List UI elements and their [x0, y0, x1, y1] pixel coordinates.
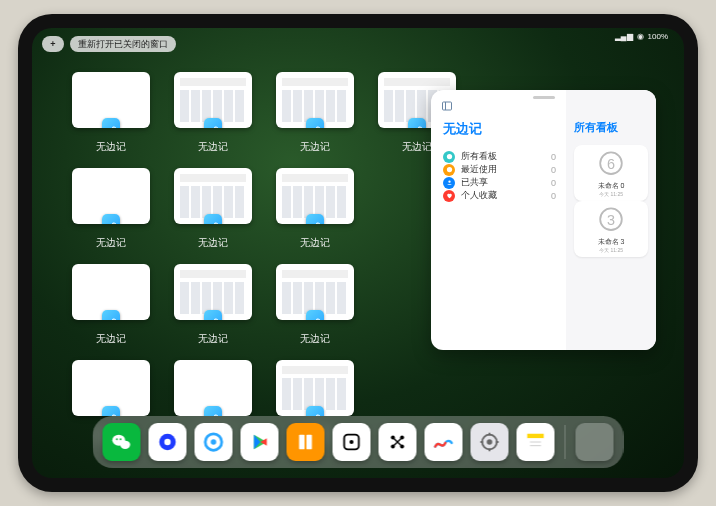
- category-cloud[interactable]: 所有看板0: [443, 150, 556, 163]
- svg-text:6: 6: [607, 156, 615, 172]
- dock-app-wechat[interactable]: [103, 423, 141, 461]
- svg-rect-32: [527, 438, 544, 450]
- board-card[interactable]: 6未命名 0今天 11:25: [574, 145, 648, 201]
- window-thumbnail[interactable]: [276, 264, 354, 320]
- svg-rect-0: [443, 102, 452, 110]
- category-heart[interactable]: 个人收藏0: [443, 189, 556, 202]
- svg-point-16: [211, 439, 217, 445]
- heart-icon: [443, 190, 455, 202]
- window-thumbnail[interactable]: [276, 72, 354, 128]
- dock-app-notes[interactable]: [517, 423, 555, 461]
- category-label: 个人收藏: [461, 189, 497, 202]
- category-people[interactable]: 已共享0: [443, 176, 556, 189]
- category-label: 最近使用: [461, 163, 497, 176]
- panel-right-title: 所有看板: [574, 120, 648, 135]
- new-window-button[interactable]: +: [42, 36, 64, 52]
- window-label: 无边记: [198, 236, 228, 250]
- board-name: 未命名 3: [598, 237, 625, 247]
- clock-icon: [443, 164, 455, 176]
- freeform-icon: [306, 310, 324, 320]
- window-thumbnail[interactable]: [72, 264, 150, 320]
- category-count: 0: [551, 178, 556, 188]
- signal-icon: ▂▄▆: [615, 32, 633, 41]
- panel-handle[interactable]: [533, 96, 555, 99]
- panel-board-list: 所有看板 6未命名 0今天 11:253未命名 3今天 11:25: [566, 90, 656, 350]
- window-label: 无边记: [300, 332, 330, 346]
- freeform-icon: [306, 214, 324, 224]
- svg-rect-17: [299, 435, 305, 450]
- window-label: 无边记: [198, 332, 228, 346]
- board-thumbnail: 6: [593, 149, 629, 181]
- app-window[interactable]: 无边记: [274, 264, 356, 346]
- svg-point-20: [349, 440, 353, 444]
- svg-point-4: [448, 180, 450, 182]
- freeform-icon: [204, 310, 222, 320]
- svg-point-2: [446, 154, 451, 159]
- freeform-icon: [102, 118, 120, 128]
- dock-app-freeform[interactable]: [425, 423, 463, 461]
- window-thumbnail[interactable]: [174, 360, 252, 416]
- ipad-frame: ▂▄▆ ◉ 100% + 重新打开已关闭的窗口 无边记无边记无边记无边记无边记无…: [18, 14, 698, 492]
- dock-app-settings[interactable]: [471, 423, 509, 461]
- app-window[interactable]: 无边记: [172, 168, 254, 250]
- status-bar: ▂▄▆ ◉ 100%: [615, 32, 668, 41]
- app-window[interactable]: 无边记: [172, 264, 254, 346]
- dock-app-dice[interactable]: [333, 423, 371, 461]
- svg-point-11: [116, 438, 118, 440]
- category-count: 0: [551, 152, 556, 162]
- window-thumbnail[interactable]: [72, 168, 150, 224]
- board-name: 未命名 0: [598, 181, 625, 191]
- freeform-icon: [204, 118, 222, 128]
- dock-separator: [565, 425, 566, 459]
- freeform-icon: [306, 406, 324, 416]
- freeform-panel[interactable]: 无边记 所有看板0最近使用0已共享0个人收藏0 所有看板 6未命名 0今天 11…: [431, 90, 656, 350]
- window-label: 无边记: [300, 140, 330, 154]
- svg-text:3: 3: [607, 212, 615, 228]
- window-thumbnail[interactable]: [72, 360, 150, 416]
- wifi-icon: ◉: [637, 32, 644, 41]
- app-window[interactable]: 无边记: [70, 168, 152, 250]
- dock: [93, 416, 624, 468]
- dock-app-books[interactable]: [287, 423, 325, 461]
- category-clock[interactable]: 最近使用0: [443, 163, 556, 176]
- sidebar-icon[interactable]: [441, 100, 453, 114]
- freeform-icon: [102, 406, 120, 416]
- window-label: 无边记: [300, 236, 330, 250]
- people-icon: [443, 177, 455, 189]
- freeform-icon: [306, 118, 324, 128]
- screen: ▂▄▆ ◉ 100% + 重新打开已关闭的窗口 无边记无边记无边记无边记无边记无…: [32, 28, 684, 478]
- app-window[interactable]: 无边记: [70, 72, 152, 154]
- top-bar: + 重新打开已关闭的窗口: [42, 36, 176, 52]
- dock-app-quark[interactable]: [149, 423, 187, 461]
- app-switcher-grid: 无边记无边记无边记无边记无边记无边记无边记无边记无边记无边记无边记无边记无边记: [70, 72, 458, 442]
- window-thumbnail[interactable]: [174, 72, 252, 128]
- freeform-icon: [102, 214, 120, 224]
- dock-app-dots[interactable]: [379, 423, 417, 461]
- dock-app-play[interactable]: [241, 423, 279, 461]
- freeform-icon: [204, 214, 222, 224]
- reopen-closed-window-button[interactable]: 重新打开已关闭的窗口: [70, 36, 176, 52]
- app-window[interactable]: 无边记: [274, 168, 356, 250]
- board-time: 今天 11:25: [599, 191, 623, 197]
- window-label: 无边记: [402, 140, 432, 154]
- window-thumbnail[interactable]: [72, 72, 150, 128]
- window-thumbnail[interactable]: [174, 168, 252, 224]
- app-window[interactable]: 无边记: [70, 264, 152, 346]
- board-card[interactable]: 3未命名 3今天 11:25: [574, 201, 648, 257]
- window-thumbnail[interactable]: [276, 360, 354, 416]
- category-count: 0: [551, 191, 556, 201]
- board-time: 今天 11:25: [599, 247, 623, 253]
- app-window[interactable]: 无边记: [172, 72, 254, 154]
- svg-point-26: [487, 439, 493, 445]
- window-thumbnail[interactable]: [276, 168, 354, 224]
- freeform-icon: [204, 406, 222, 416]
- category-count: 0: [551, 165, 556, 175]
- svg-rect-31: [527, 434, 544, 439]
- svg-rect-18: [306, 435, 312, 450]
- board-thumbnail: 3: [593, 205, 629, 237]
- window-thumbnail[interactable]: [174, 264, 252, 320]
- svg-point-14: [164, 439, 170, 445]
- app-window[interactable]: 无边记: [274, 72, 356, 154]
- dock-app-qqbrowser[interactable]: [195, 423, 233, 461]
- dock-app-folder[interactable]: [576, 423, 614, 461]
